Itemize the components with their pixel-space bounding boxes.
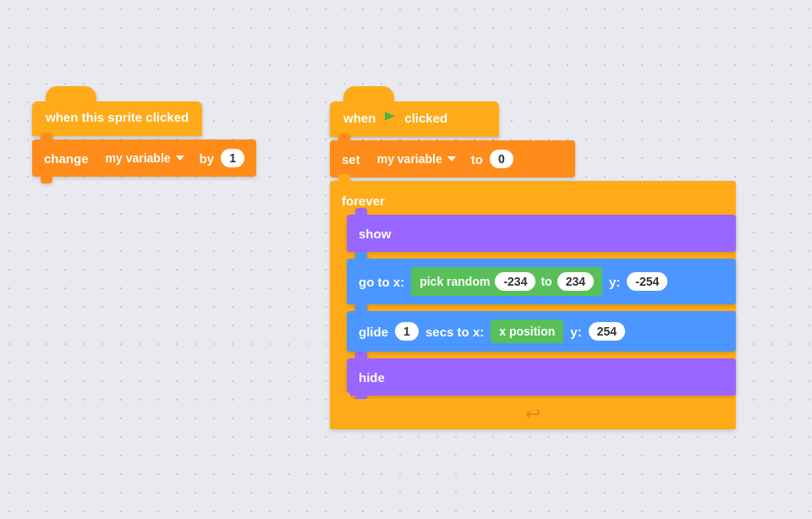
random-val1-input[interactable]: -234 (495, 272, 535, 291)
dropdown-arrow-icon (176, 156, 184, 161)
by-label: by (200, 151, 215, 166)
green-flag-icon (382, 110, 398, 125)
forever-label: forever (342, 194, 385, 208)
set-variable-dropdown[interactable]: my variable (367, 149, 464, 169)
goto-y-value[interactable]: -254 (627, 272, 667, 291)
goto-label: go to x: (359, 275, 404, 289)
set-value-input[interactable]: 0 (490, 150, 513, 168)
to-label-random: to (540, 275, 551, 288)
x-position-block[interactable]: x position (491, 320, 563, 343)
forever-inner: show go to x: pick random -234 to 234 y:… (347, 211, 736, 399)
right-block-group: when clicked set my variable to 0 foreve… (330, 101, 736, 429)
secs-label: secs to x: (425, 325, 484, 339)
when-flag-clicked-hat[interactable]: when clicked (330, 101, 499, 137)
pick-random-label: pick random (420, 275, 490, 288)
y-label-goto: y: (609, 275, 620, 289)
variable-dropdown[interactable]: my variable (96, 148, 193, 168)
clicked-label: clicked (404, 111, 447, 125)
change-variable-block[interactable]: change my variable by 1 (32, 139, 256, 177)
set-variable-block[interactable]: set my variable to 0 (330, 140, 575, 178)
left-block-group: when this sprite clicked change my varia… (32, 101, 256, 177)
change-value-input[interactable]: 1 (221, 149, 244, 167)
when-sprite-clicked-hat[interactable]: when this sprite clicked (32, 101, 202, 136)
glide-y-value[interactable]: 254 (589, 322, 625, 341)
pick-random-block[interactable]: pick random -234 to 234 (411, 267, 602, 296)
show-label: show (359, 227, 391, 241)
hat-label: when this sprite clicked (46, 110, 189, 124)
set-label: set (342, 152, 360, 167)
x-position-label: x position (499, 325, 555, 338)
forever-block: forever show go to x: pick random -234 t… (330, 181, 736, 429)
random-val2-input[interactable]: 234 (557, 272, 594, 291)
forever-header: forever (330, 181, 736, 211)
glide-block[interactable]: glide 1 secs to x: x position y: 254 (347, 311, 736, 352)
glide-label: glide (359, 325, 388, 339)
forever-footer: ↩ (330, 399, 736, 429)
hide-label: hide (359, 370, 385, 385)
set-dropdown-arrow-icon (447, 156, 456, 161)
loop-arrow-icon: ↩ (525, 403, 540, 425)
when-label: when (343, 111, 376, 125)
hide-block[interactable]: hide (347, 358, 736, 396)
change-label: change (44, 151, 89, 166)
svg-marker-0 (385, 112, 395, 121)
show-block[interactable]: show (347, 215, 736, 252)
goto-x-block[interactable]: go to x: pick random -234 to 234 y: -254 (347, 259, 736, 304)
to-label: to (471, 152, 483, 167)
y-label-glide: y: (570, 325, 581, 339)
glide-val1-input[interactable]: 1 (395, 322, 419, 341)
